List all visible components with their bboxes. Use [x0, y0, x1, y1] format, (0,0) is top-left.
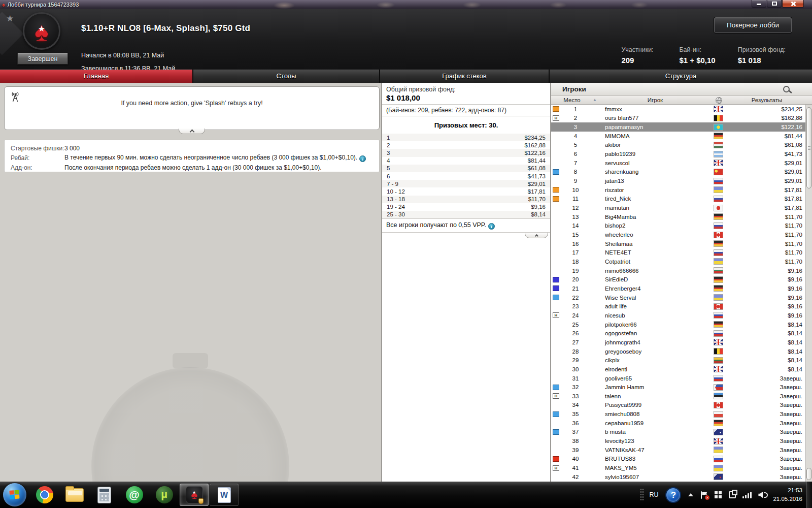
info-icon[interactable]: i	[359, 155, 366, 162]
player-country	[708, 133, 728, 139]
player-row[interactable]: 10riszator$17,81	[551, 185, 805, 195]
player-row[interactable]: 7servuscol$29,01	[551, 158, 805, 168]
taskbar-calculator[interactable]	[90, 484, 119, 506]
player-row[interactable]: 19mimo666666$9,16	[551, 266, 805, 275]
player-row[interactable]: 9jatan13$29,01	[551, 176, 805, 185]
minimize-icon	[757, 4, 761, 5]
player-row[interactable]: 14bishop2$11,70	[551, 221, 805, 231]
player-row[interactable]: 25pilotpoker66$8,14	[551, 320, 805, 329]
player-result: $29,01	[728, 160, 805, 166]
player-row[interactable]: 13Big4Mamba$11,70	[551, 212, 805, 221]
show-desktop-button[interactable]	[806, 482, 812, 508]
player-row[interactable]: 2ours blan577$162,88	[551, 114, 805, 123]
tab-main[interactable]: Главная	[0, 70, 193, 83]
player-name: NETE4ET	[592, 249, 708, 256]
collapse-prizes-handle[interactable]	[525, 233, 548, 238]
badge-placeholder	[553, 133, 559, 139]
stopwatch-watermark	[91, 367, 289, 482]
player-row[interactable]: 17NETE4ET$11,70	[551, 248, 805, 258]
player-row[interactable]: 37b mustaЗаверш.	[551, 428, 805, 437]
player-row[interactable]: 33talennЗаверш.	[551, 392, 805, 401]
player-row[interactable]: 34Pussycat9999Заверш.	[551, 401, 805, 410]
player-row[interactable]: 41MAKS_YM5Заверш.	[551, 463, 805, 472]
language-indicator[interactable]: RU	[649, 491, 658, 498]
favorite-star-icon[interactable]: ★	[6, 13, 14, 24]
player-row[interactable]: 3papamamasyn$122,16	[551, 122, 805, 132]
taskbar-word[interactable]: W	[210, 484, 239, 506]
prize-rank: 2	[387, 142, 524, 148]
clock[interactable]: 21:53 21.05.2016	[773, 486, 802, 504]
player-row[interactable]: 8sharenkuang$29,01	[551, 168, 805, 177]
minimize-button[interactable]	[752, 0, 766, 8]
poker-lobby-button[interactable]: Покерное лобби	[714, 17, 792, 33]
maximize-button[interactable]	[767, 0, 782, 8]
sort-ascending-icon[interactable]: ▲	[593, 98, 602, 102]
paid-places-title: Призовых мест: 30.	[382, 116, 550, 134]
windows-squares-icon[interactable]	[715, 491, 722, 499]
player-row[interactable]: 23adult life$9,16	[551, 302, 805, 311]
player-row[interactable]: 21Ehrenberger4$9,16	[551, 284, 805, 293]
player-row[interactable]: 36cepabanu1959Заверш.	[551, 419, 805, 428]
player-place: 20	[559, 276, 592, 282]
player-row[interactable]: 11tired_Nick$17,81	[551, 195, 805, 204]
player-place: 36	[559, 420, 592, 426]
player-row[interactable]: 16Sheilamaa$11,70	[551, 239, 805, 248]
player-row[interactable]: 32Jammin HammЗаверш.	[551, 383, 805, 392]
close-button[interactable]	[782, 0, 804, 8]
clipboard-icon[interactable]	[729, 491, 736, 498]
column-player[interactable]: Игрок	[602, 97, 708, 103]
volume-icon[interactable]	[758, 492, 765, 498]
player-row[interactable]: 40BRUTUS83Заверш.	[551, 455, 805, 464]
player-row[interactable]: 31gooliver65Заверш.	[551, 374, 805, 383]
player-row[interactable]: 24nicesub$9,16	[551, 311, 805, 320]
player-row[interactable]: 42sylvio195607Заверш.	[551, 472, 805, 482]
taskbar-pokerstars[interactable]: ♠★	[180, 484, 209, 506]
player-row[interactable]: 6pablo19239$41,73	[551, 149, 805, 158]
h-badge-icon	[553, 312, 559, 318]
country-flag-icon-de	[714, 420, 723, 426]
taskbar-mailru[interactable]: @	[120, 484, 149, 506]
player-row[interactable]: 29cikpix$8,14	[551, 356, 805, 365]
info-icon[interactable]: i	[488, 223, 495, 230]
tab-tables[interactable]: Столы	[193, 70, 380, 83]
player-name: bishop2	[592, 223, 708, 229]
player-country	[708, 196, 728, 202]
magnifier-icon[interactable]	[783, 86, 790, 92]
show-hidden-icons-chevron[interactable]	[688, 493, 693, 496]
player-row[interactable]: 22Wise Serval$9,16	[551, 293, 805, 302]
tab-structure[interactable]: Структура	[550, 70, 812, 83]
scrollbar-end-cap[interactable]	[806, 468, 811, 480]
player-row[interactable]: 20SirEdieD$9,16	[551, 275, 805, 284]
player-row[interactable]: 35smiechu0808Заверш.	[551, 409, 805, 419]
column-place[interactable]: Место	[551, 97, 593, 103]
promo-banner[interactable]: If you need more action, give 'Splash' r…	[4, 86, 380, 130]
column-results[interactable]: Результаты	[729, 97, 805, 103]
player-row[interactable]: 26ogogostefan$8,14	[551, 329, 805, 338]
scrollbar-thumb[interactable]	[806, 107, 811, 188]
taskbar-explorer[interactable]	[60, 484, 89, 506]
player-row[interactable]: 27johnmcgrath4$8,14	[551, 338, 805, 347]
taskbar-utorrent[interactable]: µ	[150, 484, 179, 506]
player-row[interactable]: 39VATNIKsAK-47Заверш.	[551, 446, 805, 455]
player-row[interactable]: 4MIMOMA$81,44	[551, 132, 805, 141]
player-row[interactable]: 1fmmxx$234,25	[551, 105, 805, 114]
prize-amount: $41,73	[528, 173, 546, 179]
player-place: 11	[559, 196, 592, 202]
tab-stack-chart[interactable]: График стеков	[380, 70, 550, 83]
player-row[interactable]: 18Cotpatriot$11,70	[551, 257, 805, 266]
player-row[interactable]: 15wheelerleo$11,70	[551, 230, 805, 239]
window-titlebar[interactable]: ♠ Лобби турнира 1564723393	[0, 0, 812, 9]
help-icon[interactable]: ?	[665, 487, 681, 503]
player-row[interactable]: 38levocity123Заверш.	[551, 436, 805, 446]
player-row[interactable]: 28greygooseboy$8,14	[551, 347, 805, 356]
player-row[interactable]: 12mamutan$17,81	[551, 203, 805, 212]
network-signal-icon[interactable]	[742, 492, 752, 498]
players-scrollbar[interactable]	[805, 105, 812, 482]
start-button[interactable]	[3, 483, 26, 506]
taskbar-chrome[interactable]	[30, 484, 59, 506]
column-country[interactable]	[708, 97, 729, 104]
player-row[interactable]: 5akibor$61,08	[551, 141, 805, 150]
action-center-flag-icon[interactable]: ✕	[700, 491, 708, 499]
collapse-banner-handle[interactable]	[179, 129, 205, 134]
player-row[interactable]: 30elrodenti$8,14	[551, 365, 805, 374]
